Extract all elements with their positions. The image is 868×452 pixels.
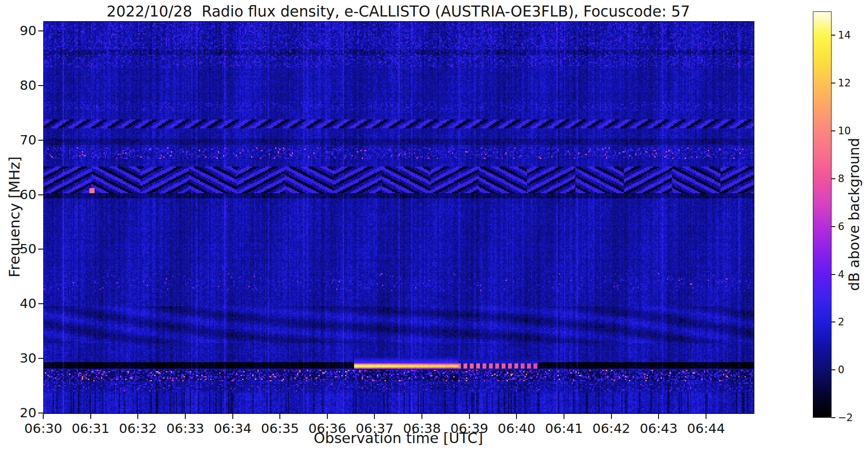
spectrogram-canvas: [44, 22, 754, 413]
x-tick-mark: [658, 414, 659, 419]
x-tick-label: 06:33: [160, 421, 211, 436]
x-tick-label: 06:40: [491, 421, 542, 436]
x-tick-label: 06:32: [112, 421, 163, 436]
y-tick-mark: [38, 140, 43, 141]
x-tick-mark: [374, 414, 375, 419]
colorbar-tick-label: 14: [838, 29, 851, 41]
y-tick-label: 50: [0, 241, 36, 256]
y-tick-label: 60: [0, 187, 36, 202]
y-tick-mark: [38, 31, 43, 31]
colorbar-tick-mark: [832, 83, 835, 83]
y-axis-label: Frequency [MHz]: [6, 156, 23, 277]
x-tick-mark: [327, 414, 328, 419]
chart-title: 2022/10/28 Radio flux density, e-CALLIST…: [43, 3, 754, 20]
figure-root: 2022/10/28 Radio flux density, e-CALLIST…: [0, 0, 868, 452]
x-tick-label: 06:38: [396, 421, 447, 436]
colorbar-tick-label: 12: [838, 77, 851, 89]
colorbar-gradient: [813, 12, 831, 417]
y-tick-mark: [38, 85, 43, 86]
x-tick-mark: [43, 414, 44, 419]
x-tick-label: 06:39: [444, 421, 495, 436]
colorbar-tick-mark: [832, 369, 835, 370]
y-tick-label: 20: [0, 405, 36, 420]
x-tick-label: 06:37: [349, 421, 400, 436]
colorbar-tick-mark: [832, 417, 835, 418]
y-tick-label: 40: [0, 296, 36, 311]
colorbar-tick-label: 8: [838, 173, 844, 185]
x-tick-mark: [516, 414, 517, 419]
x-tick-mark: [469, 414, 470, 419]
spectrogram-plot: [43, 21, 754, 414]
colorbar-label: dB above background: [846, 138, 862, 291]
colorbar-tick-mark: [832, 274, 835, 275]
x-tick-label: 06:43: [633, 421, 684, 436]
y-tick-mark: [38, 413, 43, 413]
x-tick-mark: [232, 414, 233, 419]
x-tick-label: 06:34: [207, 421, 258, 436]
y-tick-label: 80: [0, 78, 36, 93]
y-tick-mark: [38, 194, 43, 195]
x-tick-mark: [279, 414, 280, 419]
colorbar-tick-mark: [832, 226, 835, 227]
x-tick-mark: [564, 414, 564, 419]
x-tick-mark: [137, 414, 138, 419]
y-tick-label: 70: [0, 132, 36, 147]
y-tick-mark: [38, 249, 43, 250]
colorbar-tick-label: −2: [838, 412, 853, 424]
x-tick-mark: [421, 414, 422, 419]
colorbar-tick-label: 4: [838, 269, 844, 280]
colorbar-tick-mark: [832, 322, 835, 322]
y-tick-label: 30: [0, 350, 36, 366]
x-tick-mark: [185, 414, 186, 419]
colorbar-tick-mark: [832, 35, 835, 36]
colorbar: [813, 11, 832, 418]
x-tick-mark: [90, 414, 91, 419]
colorbar-tick-label: 6: [838, 221, 844, 233]
y-tick-label: 90: [0, 23, 36, 38]
y-tick-mark: [38, 358, 43, 359]
x-tick-label: 06:35: [254, 421, 305, 436]
x-tick-label: 06:44: [681, 421, 731, 436]
colorbar-tick-label: 0: [838, 364, 844, 376]
colorbar-tick-label: 2: [838, 316, 844, 328]
colorbar-tick-mark: [832, 178, 835, 179]
x-tick-label: 06:36: [302, 421, 353, 436]
x-tick-label: 06:31: [65, 421, 116, 436]
colorbar-tick-label: 10: [838, 125, 851, 137]
x-tick-label: 06:30: [18, 421, 69, 436]
x-tick-label: 06:41: [539, 421, 589, 436]
colorbar-tick-mark: [832, 130, 835, 131]
x-tick-mark: [611, 414, 612, 419]
x-tick-mark: [706, 414, 706, 419]
x-tick-label: 06:42: [586, 421, 637, 436]
y-tick-mark: [38, 303, 43, 304]
